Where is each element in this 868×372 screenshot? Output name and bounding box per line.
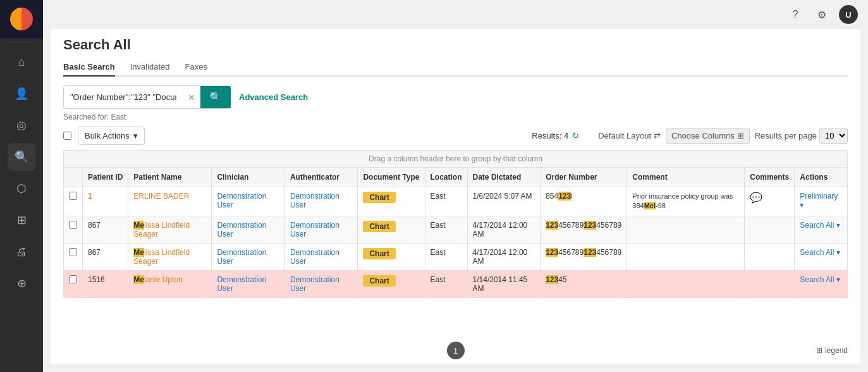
search-clear-icon[interactable]: ✕	[183, 90, 200, 105]
order-number-cell: 123456789123456789	[541, 243, 627, 270]
col-patient-name[interactable]: Patient Name	[128, 168, 212, 187]
col-order-number[interactable]: Order Number	[541, 168, 627, 187]
tab-faxes[interactable]: Faxes	[185, 58, 207, 77]
tab-basic-search[interactable]: Basic Search	[63, 58, 115, 77]
refresh-icon[interactable]: ↻	[572, 131, 579, 140]
row-checkbox[interactable]	[69, 192, 77, 200]
patient-id-link[interactable]: 1	[88, 192, 92, 201]
patient-name-cell: Melanie Upton	[128, 270, 212, 297]
authenticator-link[interactable]: Demonstration User	[290, 192, 339, 209]
date-dictated-cell: 1/14/2014 11:45 AM	[467, 270, 541, 297]
settings-icon[interactable]: ⚙	[812, 5, 831, 24]
date-dictated-cell: 4/17/2014 12:00 AM	[467, 216, 541, 243]
legend-link[interactable]: ⊞ legend	[816, 346, 848, 355]
search-button[interactable]: 🔍	[200, 86, 231, 108]
col-authenticator[interactable]: Authenticator	[284, 168, 358, 187]
order-number-highlight: 123	[546, 275, 558, 284]
page-1-button[interactable]: 1	[447, 342, 465, 359]
columns-icon: ⊞	[737, 131, 744, 140]
order-number-highlight2: 123	[584, 221, 596, 230]
select-all-checkbox[interactable]	[63, 132, 71, 140]
grid-icon[interactable]: ⊞	[8, 206, 35, 234]
document-type-cell: Chart	[358, 243, 425, 270]
layout-swap-icon: ⇄	[654, 131, 661, 140]
comments-icon-cell	[745, 216, 795, 243]
action-link[interactable]: Search All	[800, 275, 834, 284]
logo-circle	[10, 8, 33, 30]
col-comments[interactable]: Comments	[745, 168, 795, 187]
actions-cell: Search All ▾	[795, 216, 848, 243]
home-icon[interactable]: ⌂	[8, 48, 35, 76]
print-icon[interactable]: 🖨	[8, 238, 35, 266]
authenticator-link[interactable]: Demonstration User	[290, 248, 339, 266]
clinician-link[interactable]: Demonstration User	[217, 221, 266, 239]
action-dropdown[interactable]: ▾	[836, 275, 840, 284]
action-link[interactable]: Search All	[800, 248, 834, 257]
name-highlight: Me	[133, 221, 144, 230]
col-location[interactable]: Location	[425, 168, 467, 187]
authenticator-cell: Demonstration User	[284, 187, 358, 216]
clinician-cell: Demonstration User	[212, 243, 285, 270]
user-avatar[interactable]: U	[839, 5, 858, 24]
col-actions[interactable]: Actions	[795, 168, 848, 187]
document-type-cell: Chart	[358, 187, 425, 216]
choose-columns-button[interactable]: Choose Columns ⊞	[666, 128, 750, 144]
row-checkbox[interactable]	[69, 248, 77, 256]
patient-name-link[interactable]: Melanie Upton	[133, 275, 182, 284]
patient-name-link[interactable]: Melissa Lindfield Seager	[133, 248, 190, 266]
topbar: ? ⚙ U	[43, 0, 868, 29]
row-checkbox[interactable]	[69, 221, 77, 229]
comment-bubble-icon[interactable]: 💬	[750, 192, 762, 203]
actions-cell: Search All ▾	[795, 270, 848, 297]
col-document-type[interactable]: Document Type	[358, 168, 425, 187]
action-link[interactable]: Search All	[800, 221, 834, 230]
table-header-row: Patient ID Patient Name Clinician Authen…	[64, 168, 848, 187]
authenticator-cell: Demonstration User	[284, 270, 358, 297]
patient-name-link[interactable]: ERLINE BADER	[133, 192, 189, 201]
patient-name-link[interactable]: Melissa Lindfield Seager	[133, 221, 190, 239]
comments-icon-cell	[745, 243, 795, 270]
row-checkbox-cell	[64, 187, 83, 216]
search-icon[interactable]: 🔍	[8, 143, 35, 171]
location-cell: East	[425, 216, 467, 243]
action-dropdown[interactable]: ▾	[836, 248, 840, 257]
authenticator-link[interactable]: Demonstration User	[290, 221, 339, 239]
clinician-link[interactable]: Demonstration User	[217, 275, 266, 293]
chart-icon[interactable]: ◎	[8, 111, 35, 139]
comment-text: Prior insurance policy group was 384Mel-…	[632, 192, 733, 209]
clinician-link[interactable]: Demonstration User	[217, 192, 266, 209]
tab-invalidated[interactable]: Invalidated	[130, 58, 170, 77]
patient-id-cell: 867	[83, 216, 128, 243]
patient-name-cell: Melissa Lindfield Seager	[128, 243, 212, 270]
col-date-dictated[interactable]: Date Dictated	[467, 168, 541, 187]
col-clinician[interactable]: Clinician	[212, 168, 285, 187]
default-layout-button[interactable]: Default Layout ⇄	[598, 131, 661, 140]
bulk-actions-button[interactable]: Bulk Actions ▾	[78, 127, 145, 145]
chart-badge: Chart	[363, 248, 395, 259]
comments-icon-cell	[745, 270, 795, 297]
action-dropdown[interactable]: ▾	[800, 201, 804, 209]
row-checkbox-cell	[64, 270, 83, 297]
authenticator-link[interactable]: Demonstration User	[290, 275, 339, 293]
comment-cell	[627, 243, 745, 270]
col-patient-id[interactable]: Patient ID	[83, 168, 128, 187]
row-checkbox[interactable]	[69, 275, 77, 283]
help-icon[interactable]: ?	[786, 5, 805, 24]
action-link[interactable]: Preliminary	[800, 192, 838, 201]
comment-highlight: Mel	[644, 202, 656, 209]
date-dictated-cell: 4/17/2014 12:00 AM	[467, 243, 541, 270]
link-icon[interactable]: ⊕	[8, 270, 35, 297]
col-comment[interactable]: Comment	[627, 168, 745, 187]
action-dropdown[interactable]: ▾	[836, 221, 840, 230]
location-cell: East	[425, 243, 467, 270]
network-icon[interactable]: ⬡	[8, 175, 35, 202]
advanced-search-link[interactable]: Advanced Search	[239, 92, 308, 102]
clinician-link[interactable]: Demonstration User	[217, 248, 266, 266]
person-icon[interactable]: 👤	[8, 80, 35, 108]
actions-cell: Preliminary ▾	[795, 187, 848, 216]
page-content: Search All Basic Search Invalidated Faxe…	[51, 29, 860, 364]
search-input[interactable]	[64, 87, 183, 107]
table-wrap: Drag a column header here to group by th…	[51, 150, 860, 337]
results-per-page-select[interactable]: 10 25 50	[819, 128, 848, 144]
location-cell: East	[425, 187, 467, 216]
